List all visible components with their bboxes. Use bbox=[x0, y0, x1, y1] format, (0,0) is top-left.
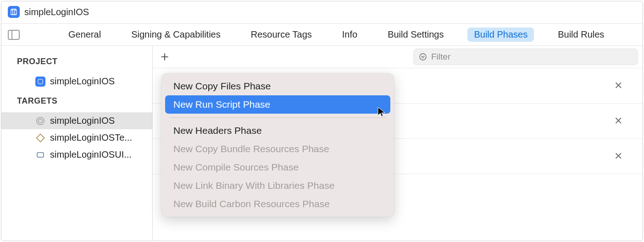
tab-build-rules[interactable]: Build Rules bbox=[551, 28, 611, 42]
target-item-label: simpleLoginIOSUI... bbox=[50, 149, 132, 160]
close-icon[interactable]: ✕ bbox=[614, 115, 622, 127]
project-item[interactable]: simpleLoginIOS bbox=[1, 73, 152, 90]
app-target-icon bbox=[35, 116, 45, 126]
titlebar: simpleLoginIOS bbox=[1, 1, 643, 24]
filter-field[interactable] bbox=[413, 49, 638, 65]
add-phase-menu: New Copy Files Phase New Run Script Phas… bbox=[161, 73, 394, 217]
add-phase-button[interactable] bbox=[157, 50, 172, 64]
tab-resource-tags[interactable]: Resource Tags bbox=[244, 28, 318, 42]
svg-point-2 bbox=[37, 117, 44, 125]
phases-toolbar bbox=[153, 46, 643, 68]
tab-bar: General Signing & Capabilities Resource … bbox=[1, 24, 643, 46]
filter-input[interactable] bbox=[431, 52, 633, 62]
target-item[interactable]: simpleLoginIOSUI... bbox=[1, 146, 152, 163]
svg-rect-5 bbox=[37, 153, 44, 157]
uitest-target-icon bbox=[35, 150, 45, 160]
menu-item-run-script[interactable]: New Run Script Phase bbox=[165, 95, 390, 114]
menu-item-carbon-resources: New Build Carbon Resources Phase bbox=[165, 195, 390, 213]
close-icon[interactable]: ✕ bbox=[614, 150, 622, 162]
menu-item-copy-files[interactable]: New Copy Files Phase bbox=[165, 77, 390, 95]
close-icon[interactable]: ✕ bbox=[614, 80, 622, 92]
menu-item-compile-sources: New Compile Sources Phase bbox=[165, 158, 390, 176]
target-item-label: simpleLoginIOSTe... bbox=[50, 132, 132, 143]
menu-item-copy-bundle: New Copy Bundle Resources Phase bbox=[165, 140, 390, 158]
test-target-icon bbox=[35, 133, 45, 143]
app-icon bbox=[8, 6, 20, 18]
project-item-label: simpleLoginIOS bbox=[50, 76, 115, 87]
tab-info[interactable]: Info bbox=[336, 28, 364, 42]
target-item[interactable]: simpleLoginIOSTe... bbox=[1, 129, 152, 146]
window-title: simpleLoginIOS bbox=[24, 7, 89, 17]
filter-icon bbox=[418, 52, 427, 61]
target-item[interactable]: simpleLoginIOS bbox=[1, 112, 152, 129]
menu-item-headers[interactable]: New Headers Phase bbox=[165, 121, 390, 140]
tab-build-settings[interactable]: Build Settings bbox=[381, 28, 450, 42]
tab-general[interactable]: General bbox=[62, 28, 107, 42]
project-section-label: PROJECT bbox=[1, 54, 152, 73]
menu-item-link-binary: New Link Binary With Libraries Phase bbox=[165, 176, 390, 195]
panel-toggle-icon[interactable] bbox=[8, 30, 20, 40]
targets-section-label: TARGETS bbox=[1, 94, 152, 112]
svg-rect-4 bbox=[37, 134, 44, 142]
menu-separator bbox=[170, 117, 386, 118]
tab-build-phases[interactable]: Build Phases bbox=[467, 28, 534, 42]
target-item-label: simpleLoginIOS bbox=[50, 116, 115, 126]
tab-signing[interactable]: Signing & Capabilities bbox=[125, 28, 227, 42]
sidebar: PROJECT simpleLoginIOS TARGETS simpleLog… bbox=[1, 46, 153, 241]
svg-rect-1 bbox=[38, 79, 43, 84]
svg-point-6 bbox=[420, 54, 426, 60]
xcode-project-icon bbox=[35, 77, 45, 87]
svg-point-3 bbox=[39, 119, 42, 123]
